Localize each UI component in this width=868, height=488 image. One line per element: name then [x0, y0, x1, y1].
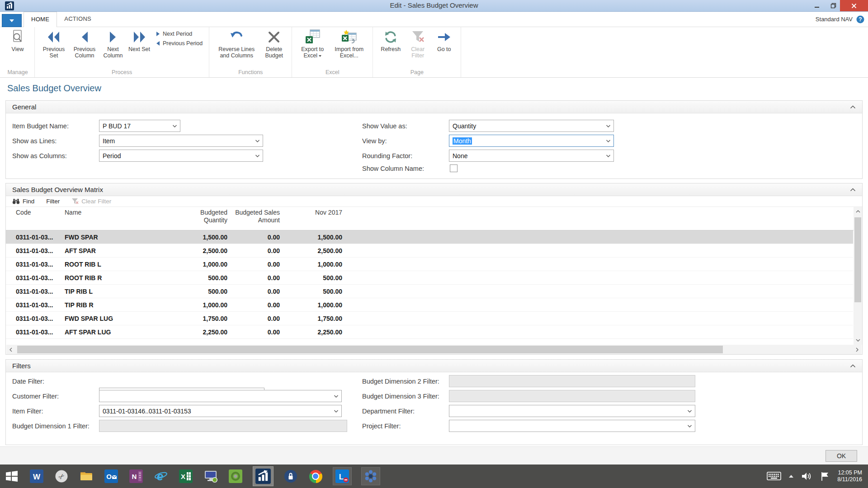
- taskbar-item-chrome[interactable]: [308, 469, 323, 483]
- next-set-button[interactable]: Next Set: [128, 29, 151, 52]
- show-column-name-checkbox[interactable]: [450, 164, 458, 172]
- help-icon[interactable]: ?: [856, 15, 864, 23]
- table-row[interactable]: 0311-01-03... TIP RIB R 1,000.00 0.00 1,…: [6, 298, 853, 312]
- next-period-icon: [156, 31, 160, 37]
- word-icon: W: [30, 469, 43, 483]
- header-line: Quantity: [160, 216, 227, 224]
- column-header-nov-2017[interactable]: Nov 2017: [280, 209, 342, 230]
- matrix-section-header[interactable]: Sales Budget Overview Matrix: [6, 183, 862, 196]
- previous-column-button[interactable]: Previous Column: [71, 29, 98, 59]
- scroll-left-arrow[interactable]: [7, 345, 14, 354]
- cell-period: 1,000.00: [280, 301, 342, 309]
- taskbar-item-dynamics-nav[interactable]: [253, 467, 273, 486]
- refresh-button[interactable]: Refresh: [378, 29, 403, 52]
- item-budget-name-label: Item Budget Name:: [12, 122, 69, 130]
- column-header-name[interactable]: Name: [65, 209, 160, 230]
- table-row[interactable]: 0311-01-03... AFT SPAR 2,500.00 0.00 2,5…: [6, 244, 853, 258]
- scroll-up-arrow[interactable]: [854, 208, 862, 215]
- show-as-columns-label: Show as Columns:: [12, 152, 67, 160]
- taskbar-item-file-explorer[interactable]: [79, 469, 94, 483]
- filter-button[interactable]: Filter: [46, 198, 60, 205]
- taskbar-item-snipping-tool[interactable]: ✂: [54, 469, 69, 483]
- column-header-budgeted-quantity[interactable]: Budgeted Quantity: [160, 209, 227, 230]
- show-as-lines-select[interactable]: Item: [99, 135, 263, 147]
- previous-set-icon: [47, 29, 61, 45]
- show-as-columns-select[interactable]: Period: [99, 150, 263, 162]
- show-hidden-icons-icon[interactable]: [789, 475, 793, 478]
- table-row[interactable]: 0311-01-03... ROOT RIB L 1,000.00 0.00 1…: [6, 258, 853, 271]
- taskbar-item-lync[interactable]: L: [333, 468, 351, 485]
- matrix-toolbar: Find Filter Clear Filter: [6, 196, 862, 207]
- collapse-chevron-icon[interactable]: [850, 105, 856, 109]
- table-row[interactable]: 0311-01-03... TIP RIB L 500.00 0.00 500.…: [6, 285, 853, 298]
- reverse-lines-columns-button[interactable]: Reverse Lines and Columns: [215, 29, 258, 59]
- combo-value-selected: Month: [453, 137, 472, 145]
- item-filter-label: Item Filter:: [12, 408, 43, 415]
- action-center-flag-icon[interactable]: [820, 471, 830, 482]
- cell-amount: 0.00: [227, 301, 280, 309]
- collapse-chevron-icon[interactable]: [850, 364, 856, 368]
- table-row[interactable]: 0311-01-03... FWD SPAR LUG 1,750.00 0.00…: [6, 312, 853, 325]
- touch-keyboard-icon[interactable]: [767, 471, 781, 482]
- project-filter-select[interactable]: [449, 420, 695, 432]
- delete-budget-button[interactable]: Delete Budget: [262, 29, 286, 59]
- table-row[interactable]: 0311-01-03... FWD SPAR 1,500.00 0.00 1,5…: [6, 230, 853, 244]
- taskbar-item-excel[interactable]: X: [179, 469, 193, 483]
- department-filter-select[interactable]: [449, 405, 695, 417]
- button-label: Import from Excel...: [335, 46, 363, 59]
- scroll-down-arrow[interactable]: [854, 337, 862, 344]
- taskbar-item-word[interactable]: W: [29, 469, 44, 483]
- taskbar-item-internet-explorer[interactable]: e: [154, 469, 168, 483]
- collapse-chevron-icon[interactable]: [850, 188, 856, 192]
- tab-home[interactable]: HOME: [24, 12, 57, 28]
- view-button[interactable]: View: [6, 29, 29, 52]
- taskbar-item-keepass[interactable]: [283, 469, 298, 483]
- svg-text:W: W: [33, 473, 41, 481]
- ok-button[interactable]: OK: [826, 450, 857, 462]
- find-button[interactable]: Find: [12, 198, 34, 205]
- taskbar-item-remote-desktop[interactable]: [203, 469, 218, 483]
- cell-amount: 0.00: [227, 288, 280, 295]
- column-header-code[interactable]: Code: [10, 209, 65, 230]
- taskbar-item-evernote[interactable]: [228, 469, 243, 483]
- restore-button[interactable]: [826, 0, 841, 11]
- minimize-button[interactable]: [809, 0, 825, 11]
- application-menu-button[interactable]: [2, 14, 22, 27]
- go-to-button[interactable]: Go to: [433, 29, 455, 52]
- svg-text:e: e: [157, 469, 163, 483]
- taskbar-item-outlook[interactable]: O: [104, 469, 118, 483]
- cell-amount: 0.00: [227, 328, 280, 336]
- previous-period-button[interactable]: Previous Period: [156, 40, 203, 47]
- rounding-factor-select[interactable]: None: [449, 150, 614, 162]
- item-budget-name-select[interactable]: P BUD 17: [99, 120, 180, 132]
- column-header-budgeted-sales-amount[interactable]: Budgeted Sales Amount: [227, 209, 280, 230]
- start-button[interactable]: [5, 469, 19, 483]
- view-by-select[interactable]: Month: [449, 135, 614, 147]
- taskbar-item-onenote[interactable]: N: [129, 469, 143, 483]
- table-row[interactable]: 0311-01-03... ROOT RIB R 500.00 0.00 500…: [6, 271, 853, 285]
- cell-amount: 0.00: [227, 274, 280, 282]
- item-filter-select[interactable]: 0311-01-03146..0311-01-03153: [99, 405, 342, 417]
- tab-actions[interactable]: ACTIONS: [57, 12, 99, 27]
- next-period-button[interactable]: Next Period: [156, 31, 203, 37]
- next-column-button[interactable]: Next Column: [102, 29, 124, 59]
- filters-section-header[interactable]: Filters: [6, 360, 862, 372]
- vertical-scroll-thumb[interactable]: [854, 217, 861, 302]
- close-button[interactable]: [840, 0, 868, 11]
- export-to-excel-button[interactable]: Export to Excel: [297, 29, 327, 59]
- previous-set-button[interactable]: Previous Set: [40, 29, 67, 59]
- cell-name: AFT SPAR: [65, 247, 160, 254]
- horizontal-scroll-thumb[interactable]: [17, 346, 723, 353]
- budget-dimension-1-filter-input: [99, 420, 347, 432]
- combo-value: Quantity: [453, 122, 476, 130]
- customer-filter-select[interactable]: [99, 390, 342, 402]
- show-value-as-select[interactable]: Quantity: [449, 120, 614, 132]
- scroll-right-arrow[interactable]: [854, 345, 861, 354]
- table-row[interactable]: 0311-01-03... AFT SPAR LUG 2,250.00 0.00…: [6, 325, 853, 339]
- grid-body: 0311-01-03... FWD SPAR 1,500.00 0.00 1,5…: [6, 230, 862, 339]
- volume-icon[interactable]: [801, 471, 812, 482]
- taskbar-item-flower-app[interactable]: [362, 468, 380, 485]
- import-from-excel-button[interactable]: Import from Excel...: [331, 29, 367, 59]
- general-section-header[interactable]: General: [6, 101, 862, 113]
- taskbar-clock[interactable]: 12:05 PM 8/11/2016: [837, 469, 862, 483]
